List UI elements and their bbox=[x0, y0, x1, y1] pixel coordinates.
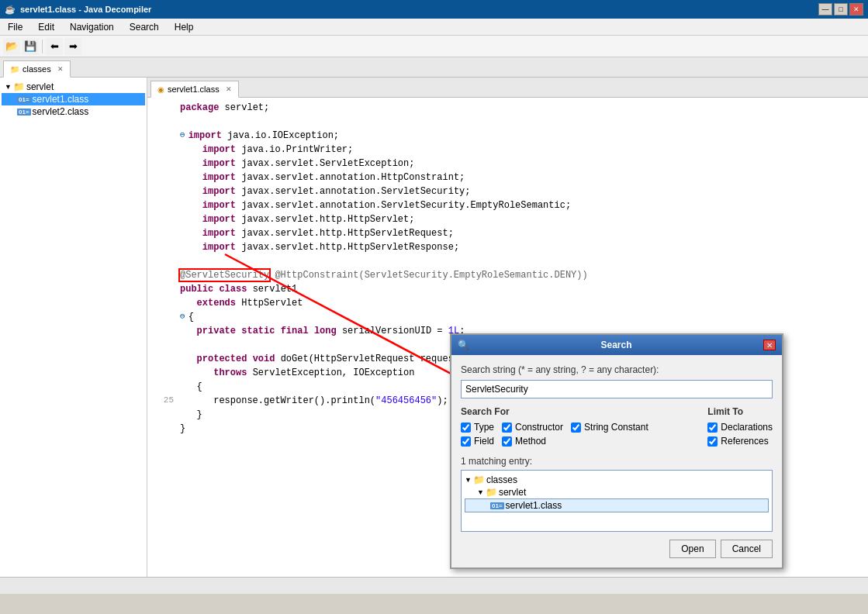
code-line-11: import javax.servlet.http.HttpServletRes… bbox=[150, 240, 865, 254]
search-for-section: Search For Type Constructor String Const… bbox=[461, 406, 648, 450]
code-line-15: extends HttpServlet bbox=[150, 296, 865, 310]
label-field: Field bbox=[474, 436, 494, 447]
code-line-9: import javax.servlet.http.HttpServlet; bbox=[150, 212, 865, 226]
tree-item-servlet[interactable]: ▼ 📁 servlet bbox=[2, 81, 145, 93]
dialog-title-icon: 🔍 bbox=[458, 340, 469, 350]
code-line-13: @ServletSecurity @HttpConstraint(Servlet… bbox=[150, 268, 865, 282]
label-type: Type bbox=[474, 422, 494, 433]
code-line-6: import javax.servlet.annotation.HttpCons… bbox=[150, 171, 865, 185]
editor-tab-bar: ◉ servlet1.class ✕ bbox=[147, 78, 868, 98]
toggle-result-servlet[interactable]: ▼ bbox=[477, 488, 484, 496]
forward-button[interactable]: ➡ bbox=[64, 38, 81, 55]
classes-tab-icon: 📁 bbox=[10, 65, 19, 74]
checkbox-type-row: Type Constructor String Constant bbox=[461, 422, 648, 433]
cancel-button[interactable]: Cancel bbox=[721, 540, 773, 558]
label-declarations: Declarations bbox=[721, 422, 773, 433]
code-line-5: import javax.servlet.ServletException; bbox=[150, 157, 865, 171]
open-folder-button[interactable]: 📂 bbox=[3, 38, 20, 55]
search-for-title: Search For bbox=[461, 406, 648, 417]
checkbox-references[interactable] bbox=[707, 436, 718, 447]
save-button[interactable]: 💾 bbox=[22, 38, 39, 55]
toolbar-separator bbox=[42, 40, 43, 53]
class-icon-servlet1: 01= bbox=[17, 96, 31, 103]
tree-item-servlet1[interactable]: 01= servlet1.class bbox=[2, 93, 145, 105]
title-bar: ☕ servlet1.class - Java Decompiler — □ ✕ bbox=[0, 0, 868, 19]
label-result-servlet: servlet bbox=[499, 487, 526, 498]
tree-label-servlet2: servlet2.class bbox=[33, 106, 89, 117]
code-line-3: ⊖ import java.io.IOException; bbox=[150, 129, 865, 143]
result-tree-classes[interactable]: ▼ 📁 classes bbox=[465, 474, 769, 486]
toggle-classes[interactable]: ▼ bbox=[465, 476, 472, 484]
explorer-tab-bar: 📁 classes ✕ bbox=[0, 57, 868, 78]
class-icon-result-servlet1: 01= bbox=[490, 502, 504, 509]
minimize-button[interactable]: — bbox=[818, 3, 832, 16]
checkbox-field[interactable] bbox=[461, 436, 471, 447]
code-line-2 bbox=[150, 115, 865, 129]
toolbar: 📂 💾 ⬅ ➡ bbox=[0, 36, 868, 57]
checkbox-method[interactable] bbox=[502, 436, 512, 447]
tab-classes[interactable]: 📁 classes ✕ bbox=[3, 60, 71, 78]
servlet1-tab-icon: ◉ bbox=[157, 85, 164, 94]
servlet1-tab-close[interactable]: ✕ bbox=[226, 85, 232, 93]
collapse-imports[interactable]: ⊖ bbox=[180, 129, 185, 142]
folder-icon-result-servlet: 📁 bbox=[486, 487, 497, 498]
classes-tab-close[interactable]: ✕ bbox=[57, 65, 64, 73]
menu-navigation[interactable]: Navigation bbox=[62, 20, 122, 33]
checkbox-declarations-row: Declarations bbox=[707, 422, 773, 433]
label-classes: classes bbox=[486, 474, 517, 485]
menu-search[interactable]: Search bbox=[122, 20, 167, 33]
collapse-class[interactable]: ⊖ bbox=[180, 310, 185, 323]
maximize-button[interactable]: □ bbox=[834, 3, 848, 16]
title-bar-left: ☕ servlet1.class - Java Decompiler bbox=[5, 5, 151, 15]
explorer-tree: ▼ 📁 servlet 01= servlet1.class 01= servl… bbox=[0, 78, 147, 121]
menu-file[interactable]: File bbox=[0, 20, 30, 33]
code-line-16: ⊖ { bbox=[150, 310, 865, 324]
app-title: servlet1.class - Java Decompiler bbox=[20, 5, 151, 14]
search-label: Search string (* = any string, ? = any c… bbox=[461, 364, 773, 375]
label-method: Method bbox=[515, 436, 546, 447]
folder-icon-classes: 📁 bbox=[473, 474, 485, 485]
label-references: References bbox=[721, 436, 768, 447]
result-tree-servlet1[interactable]: 01= servlet1.class bbox=[465, 498, 769, 512]
limit-to-title: Limit To bbox=[707, 406, 773, 417]
package-explorer: ▼ 📁 servlet 01= servlet1.class 01= servl… bbox=[0, 78, 147, 577]
tree-label-servlet: servlet bbox=[26, 81, 54, 92]
code-line-8: import javax.servlet.annotation.ServletS… bbox=[150, 198, 865, 212]
search-options-section: Search For Type Constructor String Const… bbox=[461, 406, 773, 450]
label-string-constant: String Constant bbox=[584, 422, 648, 433]
label-result-servlet1: servlet1.class bbox=[506, 500, 562, 511]
label-constructor: Constructor bbox=[515, 422, 563, 433]
code-line-12 bbox=[150, 254, 865, 268]
dialog-buttons: Open Cancel bbox=[461, 540, 773, 558]
result-label: 1 matching entry: bbox=[461, 456, 773, 467]
tree-label-servlet1: servlet1.class bbox=[33, 94, 89, 105]
menu-bar: File Edit Navigation Search Help bbox=[0, 19, 868, 36]
open-button[interactable]: Open bbox=[669, 540, 715, 558]
tree-item-servlet2[interactable]: 01= servlet2.class bbox=[2, 105, 145, 118]
menu-edit[interactable]: Edit bbox=[30, 20, 62, 33]
class-icon-servlet2: 01= bbox=[17, 109, 31, 116]
checkbox-references-row: References bbox=[707, 436, 773, 447]
result-tree[interactable]: ▼ 📁 classes ▼ 📁 servlet 01= servlet1.cla… bbox=[461, 470, 773, 532]
checkbox-string-constant[interactable] bbox=[571, 423, 581, 433]
limit-to-section: Limit To Declarations References bbox=[707, 406, 773, 450]
code-line-7: import javax.servlet.annotation.ServletS… bbox=[150, 185, 865, 198]
title-bar-controls: — □ ✕ bbox=[818, 3, 863, 16]
dialog-title-label: Search bbox=[600, 340, 631, 350]
checkbox-type[interactable] bbox=[461, 423, 471, 433]
dialog-close-button[interactable]: ✕ bbox=[763, 340, 776, 350]
dialog-body: Search string (* = any string, ? = any c… bbox=[451, 355, 782, 567]
search-input[interactable] bbox=[461, 380, 773, 398]
folder-icon-servlet: 📁 bbox=[13, 81, 25, 92]
close-button[interactable]: ✕ bbox=[849, 3, 863, 16]
dialog-title-bar: 🔍 Search ✕ bbox=[451, 335, 782, 355]
back-button[interactable]: ⬅ bbox=[46, 38, 63, 55]
tab-servlet1[interactable]: ◉ servlet1.class ✕ bbox=[150, 81, 239, 98]
result-tree-servlet[interactable]: ▼ 📁 servlet bbox=[465, 486, 769, 498]
code-line-14: public class servlet1 bbox=[150, 282, 865, 296]
checkbox-constructor[interactable] bbox=[502, 423, 512, 433]
checkbox-declarations[interactable] bbox=[707, 423, 718, 433]
menu-help[interactable]: Help bbox=[167, 20, 202, 33]
status-bar bbox=[0, 577, 868, 594]
toggle-servlet[interactable]: ▼ bbox=[5, 83, 12, 91]
